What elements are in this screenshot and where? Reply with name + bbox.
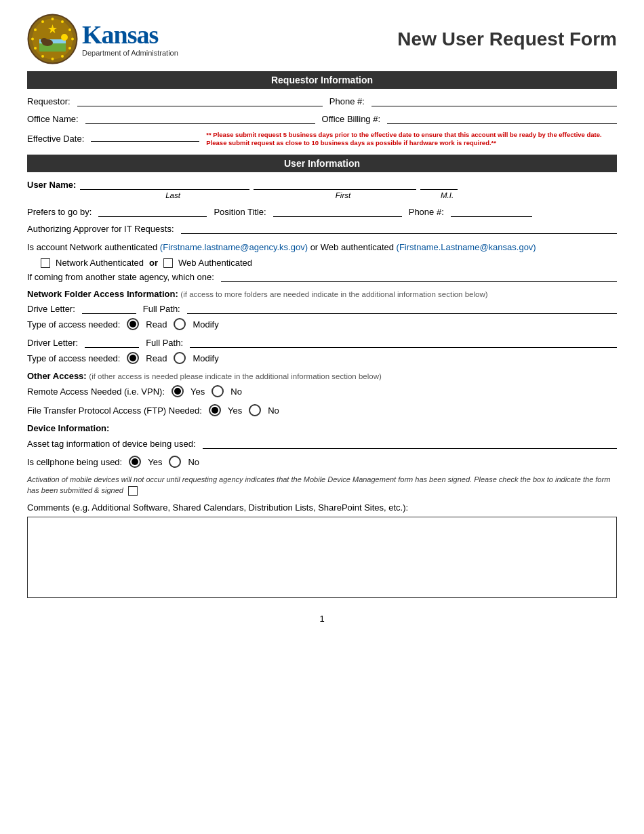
asset-row: Asset tag information of device being us… [27,439,617,449]
full-path-input-2[interactable] [190,337,617,348]
cellphone-yes-label: Yes [148,457,162,467]
page-number: 1 [27,614,617,624]
other-access-label: Other Access: [27,371,87,381]
drive-row-2: Driver Letter: Full Path: [27,337,617,348]
drive-row-1: Drive Letter: Full Path: [27,303,617,314]
network-auth-checkbox[interactable] [41,258,50,268]
network-email: (Firstname.lastname@agency.ks.gov) [160,242,308,252]
network-folder-label: Network Folder Access Information: [27,289,178,299]
agency-row: If coming from another state agency, whi… [27,272,617,282]
vpn-row: Remote Access Needed (i.e. VPN): Yes No [27,385,617,397]
form-title: New User Request Form [397,28,617,50]
web-email: (Firstname.Lastname@kansas.gov) [397,242,536,252]
username-first-input[interactable] [254,179,416,190]
vpn-no-radio[interactable] [212,385,224,397]
requestor-section-header: Requestor Information [27,71,617,89]
username-label: User Name: [27,180,76,190]
comments-label-area: Comments (e.g. Additional Software, Shar… [27,502,617,513]
phone-input[interactable] [371,96,617,106]
access-type-label-1: Type of access needed: [27,319,120,330]
requestor-row: Requestor: Phone #: [27,96,617,106]
svg-point-12 [34,28,37,31]
network-auth-line: Is account Network authenticated (Firstn… [27,241,617,254]
or-text: or Web authenticated [310,242,397,252]
logo-area: Kansas Department of Administration [27,14,178,64]
modify-label-1: Modify [193,319,218,330]
svg-point-2 [52,18,54,20]
auth-checkboxes-row: Network Authenticated or Web Authenticat… [41,258,617,268]
full-path-label-1: Full Path: [143,304,180,314]
drive-letter-input-1[interactable] [82,303,136,314]
device-info-label: Device Information: [27,423,109,433]
read-label-2: Read [146,353,167,363]
mobile-form-checkbox[interactable] [128,486,138,496]
user-section-header: User Information [27,155,617,172]
office-billing-input[interactable] [387,113,617,124]
network-folder-note: (if access to more folders are needed in… [180,290,487,298]
prefers-input[interactable] [98,206,207,217]
access-type-row-2: Type of access needed: Read Modify [27,352,617,364]
comments-label: Comments (e.g. Additional Software, Shar… [27,502,408,513]
office-name-input[interactable] [85,113,315,124]
dept-name: Department of Administration [82,49,178,57]
prefers-label: Prefers to go by: [27,207,92,217]
phone-label: Phone #: [329,96,365,106]
user-phone-input[interactable] [451,206,532,217]
device-section-header: Device Information: [27,423,617,433]
svg-point-18 [41,38,47,43]
cellphone-row: Is cellphone being used: Yes No [27,456,617,468]
office-billing-label: Office Billing #: [322,114,380,124]
full-path-input-1[interactable] [187,303,617,314]
cellphone-no-radio[interactable] [169,456,181,468]
position-input[interactable] [273,206,402,217]
approver-label: Authorizing Approver for IT Requests: [27,224,174,234]
comments-textarea[interactable] [27,517,617,598]
username-mi-input[interactable] [420,179,458,190]
page-header: Kansas Department of Administration New … [27,14,617,64]
full-path-label-2: Full Path: [146,338,183,348]
effective-note: ** Please submit request 5 business days… [206,131,617,148]
drive-letter-input-2[interactable] [85,337,139,348]
cellphone-yes-radio[interactable] [129,456,141,468]
read-radio-1[interactable] [127,318,139,330]
approver-underline [181,233,617,234]
web-checkbox-label: Web Authenticated [178,258,252,268]
modify-radio-2[interactable] [174,352,186,364]
svg-point-6 [68,47,71,49]
vpn-yes-label: Yes [190,386,205,397]
read-radio-2[interactable] [127,352,139,364]
agency-underline [221,281,617,282]
or-separator: or [149,258,158,268]
svg-point-3 [61,20,64,23]
ftp-no-label: No [268,405,279,416]
svg-point-5 [71,38,74,41]
ftp-yes-radio[interactable] [209,404,221,416]
cellphone-label: Is cellphone being used: [27,457,122,467]
effective-date-input[interactable] [91,131,199,142]
asset-underline [203,448,617,449]
username-row: User Name: [27,179,617,190]
drive-letter-label-2: Driver Letter: [27,338,78,348]
ftp-no-radio[interactable] [249,404,261,416]
modify-radio-1[interactable] [174,318,186,330]
svg-point-11 [31,38,34,41]
drive-letter-label-1: Drive Letter: [27,304,75,314]
svg-point-16 [61,34,68,41]
svg-point-7 [61,55,64,58]
network-checkbox-label: Network Authenticated [56,258,144,268]
mi-sublabel: M.I. [428,191,466,199]
ftp-label: File Transfer Protocol Access (FTP) Need… [27,405,202,416]
approver-row: Authorizing Approver for IT Requests: [27,224,617,234]
last-sublabel: Last [88,191,258,199]
access-type-row-1: Type of access needed: Read Modify [27,318,617,330]
vpn-yes-radio[interactable] [172,385,184,397]
kansas-name: Kansas [82,22,178,47]
requestor-input[interactable] [77,96,323,106]
access-type-label-2: Type of access needed: [27,353,120,363]
first-sublabel: First [262,191,424,199]
username-last-input[interactable] [80,179,249,190]
read-label-1: Read [146,319,167,330]
web-auth-checkbox[interactable] [163,258,173,268]
network-auth-text: Is account Network authenticated [27,242,157,252]
agency-label: If coming from another state agency, whi… [27,272,214,282]
